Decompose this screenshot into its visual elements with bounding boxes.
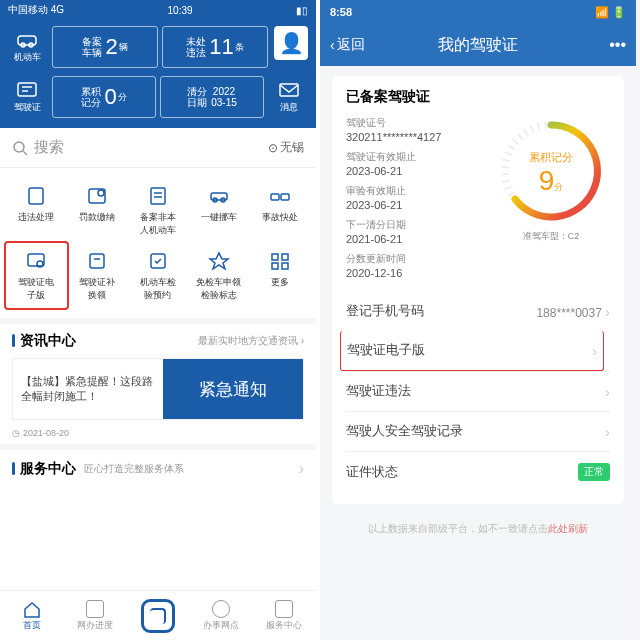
info-value: 2023-06-21 bbox=[346, 165, 482, 177]
svg-point-11 bbox=[98, 190, 104, 196]
grid-register-others-vehicle[interactable]: 备案非本 人机动车 bbox=[128, 178, 189, 243]
grid-move-car[interactable]: 一键挪车 bbox=[188, 178, 249, 243]
news-section-header[interactable]: 资讯中心 最新实时地方交通资讯 › bbox=[0, 318, 316, 354]
service-icon bbox=[275, 600, 293, 618]
chevron-right-icon: › bbox=[605, 384, 610, 400]
svg-rect-3 bbox=[18, 83, 36, 96]
grid-more[interactable]: 更多 bbox=[249, 243, 310, 308]
vehicle-label: 机动车 bbox=[14, 51, 41, 64]
grid-fine-payment[interactable]: 罚款缴纳 bbox=[67, 178, 128, 243]
class-label: 准驾车型： bbox=[523, 231, 568, 241]
accident-icon bbox=[269, 186, 291, 206]
grid-inspection-exempt[interactable]: 免检车申领 检验标志 bbox=[188, 243, 249, 308]
grid-electronic-license[interactable]: 驾驶证电 子版 bbox=[4, 241, 69, 310]
tab-label: 首页 bbox=[23, 619, 41, 632]
nav-bar: ‹ 返回 我的驾驶证 ••• bbox=[320, 24, 636, 66]
card-unit: 条 bbox=[235, 41, 244, 54]
row-electronic-license[interactable]: 驾驶证电子版 › bbox=[340, 331, 604, 371]
tab-label: 服务中心 bbox=[266, 619, 302, 632]
vehicle-icon-button[interactable]: 机动车 bbox=[8, 26, 46, 68]
grid-label: 备案非本 人机动车 bbox=[140, 212, 176, 235]
monitor-icon bbox=[86, 600, 104, 618]
row-driving-record[interactable]: 驾驶人安全驾驶记录 › bbox=[346, 411, 610, 451]
registered-vehicles-card[interactable]: 备案 车辆 2 辆 bbox=[52, 26, 158, 68]
row-document-status: 证件状态 正常 bbox=[346, 451, 610, 492]
row-phone-number[interactable]: 登记手机号码 188****0037 › bbox=[346, 292, 610, 331]
info-value: 320211********4127 bbox=[346, 131, 482, 143]
function-grid: 违法处理 罚款缴纳 备案非本 人机动车 一键挪车 事故快处 驾驶证电 子版 驾驶… bbox=[0, 168, 316, 318]
grid-inspection-booking[interactable]: 机动车检 验预约 bbox=[128, 243, 189, 308]
info-value: 2020-12-16 bbox=[346, 267, 482, 279]
refresh-link[interactable]: 此处刷新 bbox=[548, 523, 588, 534]
status-time: 8:58 bbox=[330, 6, 352, 18]
tab-progress[interactable]: 网办进度 bbox=[63, 591, 126, 640]
news-banner: 紧急通知 bbox=[163, 359, 303, 419]
inspection-icon bbox=[147, 251, 169, 271]
card-number: 2 bbox=[105, 34, 117, 60]
messages-button[interactable]: 消息 bbox=[270, 76, 308, 118]
row-label: 证件状态 bbox=[346, 464, 398, 481]
pending-violations-card[interactable]: 未处 违法 11 条 bbox=[162, 26, 268, 68]
battery-icon: 📶 🔋 bbox=[595, 6, 626, 19]
tab-label: 办事网点 bbox=[203, 619, 239, 632]
id-card-icon bbox=[16, 81, 38, 99]
reissue-icon bbox=[86, 251, 108, 271]
grid-accident-quick[interactable]: 事故快处 bbox=[249, 178, 310, 243]
reset-date-card[interactable]: 清分 日期 2022 03-15 bbox=[160, 76, 264, 118]
svg-rect-27 bbox=[282, 254, 288, 260]
license-icon-button[interactable]: 驾驶证 bbox=[8, 76, 46, 118]
doc-icon bbox=[25, 186, 47, 206]
tab-services[interactable]: 服务中心 bbox=[253, 591, 316, 640]
card-unit: 分 bbox=[118, 91, 127, 104]
info-value: 2021-06-21 bbox=[346, 233, 482, 245]
more-icon bbox=[269, 251, 291, 271]
svg-rect-18 bbox=[271, 194, 279, 200]
card-label: 清分 日期 bbox=[187, 86, 207, 108]
status-bar: 中国移动 4G 10:39 ▮▯ bbox=[0, 0, 316, 20]
info-label: 驾驶证号 bbox=[346, 116, 482, 130]
tab-home[interactable]: 首页 bbox=[0, 591, 63, 640]
options-list: 登记手机号码 188****0037 › 驾驶证电子版 › 驾驶证违法 › 驾驶… bbox=[346, 292, 610, 492]
grid-label: 罚款缴纳 bbox=[79, 212, 115, 222]
tab-offices[interactable]: 办事网点 bbox=[190, 591, 253, 640]
right-phone: 8:58 📶 🔋 ‹ 返回 我的驾驶证 ••• 已备案驾驶证 驾驶证号32021… bbox=[318, 0, 636, 640]
chevron-right-icon: › bbox=[605, 304, 610, 320]
card-number: 0 bbox=[104, 84, 116, 110]
service-section-header[interactable]: 服务中心 匠心打造完整服务体系 › bbox=[0, 444, 316, 488]
grid-license-reissue[interactable]: 驾驶证补 换领 bbox=[67, 243, 128, 308]
card-label: 备案 车辆 bbox=[82, 36, 102, 58]
avatar[interactable]: 👤 bbox=[274, 26, 308, 60]
left-phone: 中国移动 4G 10:39 ▮▯ 机动车 备案 车辆 2 辆 未处 违法 11 … bbox=[0, 0, 318, 640]
messages-label: 消息 bbox=[280, 101, 298, 114]
chevron-right-icon: › bbox=[299, 460, 304, 478]
chevron-right-icon: › bbox=[605, 424, 610, 440]
card-label: 未处 违法 bbox=[186, 36, 206, 58]
user-icon bbox=[212, 600, 230, 618]
row-license-violations[interactable]: 驾驶证违法 › bbox=[346, 371, 610, 411]
section-subtitle: 最新实时地方交通资讯 bbox=[198, 335, 298, 346]
city-selector[interactable]: ⊙ 无锡 bbox=[268, 139, 304, 156]
envelope-icon bbox=[278, 81, 300, 99]
row-electronic-license-wrap: 驾驶证电子版 › bbox=[346, 331, 610, 371]
news-card[interactable]: 【盐城】紧急提醒！这段路全幅封闭施工！ 紧急通知 bbox=[12, 358, 304, 420]
accumulated-points-card[interactable]: 累积 记分 0 分 bbox=[52, 76, 156, 118]
svg-marker-25 bbox=[210, 253, 228, 269]
page-title: 我的驾驶证 bbox=[320, 35, 636, 56]
grid-violation-handling[interactable]: 违法处理 bbox=[6, 178, 67, 243]
license-info: 驾驶证号320211********4127 驾驶证有效期止2023-06-21… bbox=[346, 116, 482, 286]
city-name: 无锡 bbox=[280, 139, 304, 156]
status-badge: 正常 bbox=[578, 463, 610, 481]
grid-label: 机动车检 验预约 bbox=[140, 277, 176, 300]
home-icon bbox=[22, 600, 42, 618]
tab-scan[interactable] bbox=[126, 591, 189, 640]
car-icon bbox=[16, 31, 38, 49]
more-button[interactable]: ••• bbox=[609, 36, 626, 54]
search-bar[interactable]: 搜索 ⊙ 无锡 bbox=[0, 128, 316, 168]
svg-rect-12 bbox=[151, 188, 165, 204]
gauge-label: 累积记分 bbox=[492, 150, 610, 165]
status-time: 10:39 bbox=[168, 5, 193, 16]
info-label: 下一清分日期 bbox=[346, 218, 482, 232]
row-label: 驾驶证电子版 bbox=[347, 342, 425, 359]
tab-bar: 首页 网办进度 办事网点 服务中心 bbox=[0, 590, 316, 640]
elicense-icon bbox=[25, 251, 47, 271]
